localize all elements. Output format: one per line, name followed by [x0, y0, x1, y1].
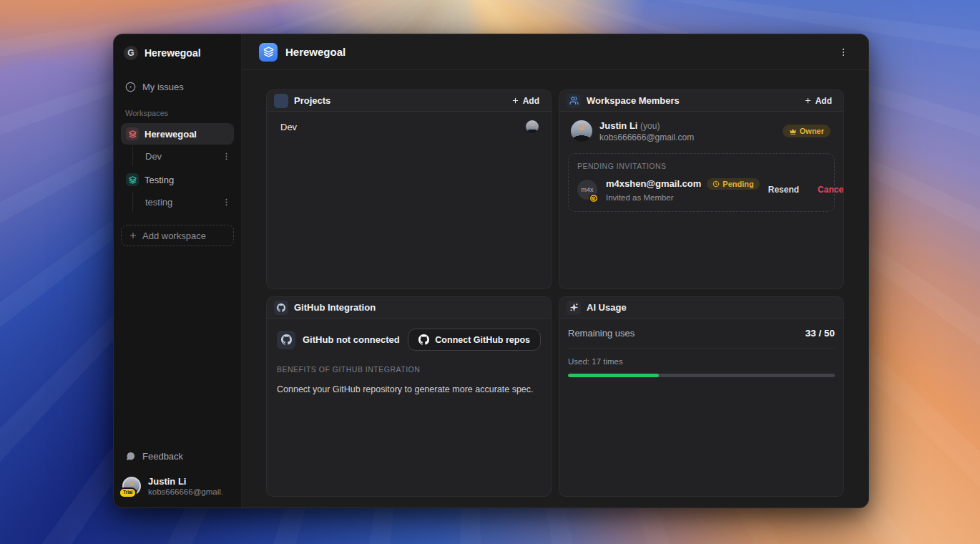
project-member-avatar: [526, 120, 539, 133]
project-testing-kebab-icon[interactable]: [222, 198, 231, 207]
workspace-layers-icon-red: [126, 127, 139, 140]
trial-plan-badge: Trial: [119, 487, 137, 498]
crown-icon: [789, 127, 797, 135]
github-icon: [274, 301, 288, 315]
invitation-actions: Resend Cancel: [768, 185, 844, 195]
connect-github-button[interactable]: Connect GitHub repos: [408, 329, 541, 351]
member-name: Justin Li: [599, 120, 637, 131]
resend-invitation-button[interactable]: Resend: [768, 185, 799, 195]
sidebar-project-dev[interactable]: Dev: [133, 146, 234, 166]
plus-icon: [511, 97, 519, 105]
pending-invitations-box: PENDING INVITATIONS m4x: [568, 153, 835, 212]
sidebar-workspace-herewegoal[interactable]: Herewegoal: [121, 123, 234, 145]
pending-status-badge: Pending: [707, 178, 759, 190]
add-member-label: Add: [815, 96, 832, 106]
ai-usage-progress-track: [568, 374, 835, 377]
desktop-wallpaper: G Herewegoal My issues Workspaces Herewe…: [0, 0, 980, 544]
workspace-members-card: Workspace Members Add: [559, 89, 844, 289]
plus-icon: [129, 231, 137, 240]
add-project-label: Add: [523, 96, 539, 106]
add-project-button[interactable]: Add: [507, 93, 544, 109]
sidebar: G Herewegoal My issues Workspaces Herewe…: [114, 34, 242, 507]
member-row: Justin Li (you) kobs666666@gmail.com Own…: [567, 117, 836, 152]
workspace-header-icon: [259, 43, 278, 62]
speech-bubble-icon: [125, 451, 136, 462]
user-email: kobs666666@gmail....: [148, 487, 222, 496]
members-title: Workspace Members: [587, 95, 680, 106]
project-row-name: Dev: [280, 122, 297, 132]
header-kebab-menu[interactable]: [836, 44, 851, 60]
benefits-section-label: BENEFITS OF GITHUB INTEGRATION: [277, 365, 541, 374]
github-card-header: GitHub Integration: [267, 297, 551, 319]
pending-invitations-label: PENDING INVITATIONS: [577, 162, 825, 170]
main-header: Herewegoal: [242, 34, 868, 70]
invitation-row: m4x m4xshen@gmail.com: [577, 178, 825, 202]
github-status-text: GitHub not connected: [303, 334, 400, 345]
ai-usage-card: AI Usage Remaining uses 33 / 50 Used: 17…: [559, 296, 844, 497]
projects-card-header: Projects Add: [267, 90, 551, 112]
content-grid: Projects Add Dev: [242, 70, 868, 508]
main-panel: Herewegoal Projects Add: [242, 34, 868, 507]
github-title: GitHub Integration: [294, 302, 376, 313]
add-member-button[interactable]: Add: [800, 93, 836, 109]
sidebar-workspace-testing[interactable]: Testing: [121, 169, 234, 190]
sidebar-project-testing[interactable]: testing: [133, 192, 234, 212]
remaining-uses-row: Remaining uses 33 / 50: [568, 319, 835, 349]
sidebar-logo-row: G Herewegoal: [121, 44, 234, 62]
remaining-uses-label: Remaining uses: [568, 328, 634, 339]
page-title: Herewegoal: [285, 46, 346, 58]
members-card-header: Workspace Members Add: [559, 90, 843, 112]
app-window: G Herewegoal My issues Workspaces Herewe…: [113, 34, 869, 508]
sidebar-app-title: Herewegoal: [144, 47, 201, 59]
member-avatar: [571, 120, 592, 142]
workspace-herewegoal-children: Dev: [132, 146, 234, 166]
user-identity: Justin Li kobs666666@gmail....: [148, 476, 222, 496]
ai-usage-title: AI Usage: [587, 302, 627, 313]
github-icon: [418, 334, 429, 345]
member-email: kobs666666@gmail.com: [599, 132, 694, 142]
add-workspace-button[interactable]: Add workspace: [121, 225, 234, 246]
remaining-uses-value: 33 / 50: [805, 328, 835, 339]
sparkles-icon: [567, 301, 581, 315]
ai-card-header: AI Usage: [559, 297, 843, 319]
project-dev-kebab-icon[interactable]: [222, 152, 231, 161]
project-row-dev[interactable]: Dev: [267, 112, 551, 133]
invitee-email: m4xshen@gmail.com: [606, 178, 701, 189]
invitee-avatar: m4x: [577, 180, 597, 200]
sidebar-user-profile[interactable]: Trial Justin Li kobs666666@gmail....: [121, 476, 234, 496]
connect-github-label: Connect GitHub repos: [435, 335, 530, 345]
invited-as-text: Invited as Member: [606, 193, 760, 202]
invitation-details: m4xshen@gmail.com Pending In: [606, 178, 760, 202]
cancel-invitation-button[interactable]: Cancel: [818, 185, 844, 195]
user-avatar-wrap: Trial: [122, 477, 141, 495]
workspaces-section-label: Workspaces: [121, 109, 234, 117]
app-logo-icon: G: [124, 46, 138, 60]
workspace-testing-children: testing: [132, 192, 234, 212]
github-integration-card: GitHub Integration GitHub not connected: [266, 296, 552, 497]
github-icon: [277, 331, 295, 349]
pending-label: Pending: [722, 180, 753, 188]
benefits-text: Connect your GitHub repository to genera…: [277, 384, 541, 394]
projects-title: Projects: [294, 95, 330, 106]
projects-icon: [274, 94, 288, 108]
member-identity: Justin Li (you) kobs666666@gmail.com: [599, 120, 694, 142]
members-body: Justin Li (you) kobs666666@gmail.com Own…: [559, 112, 843, 218]
my-issues-label: My issues: [142, 82, 184, 92]
user-name: Justin Li: [148, 476, 222, 487]
project-name: testing: [145, 197, 172, 208]
clock-icon: [712, 180, 720, 188]
sidebar-spacer: [121, 246, 234, 447]
projects-card: Projects Add Dev: [266, 89, 552, 289]
ai-usage-body: Remaining uses 33 / 50 Used: 17 times: [559, 319, 843, 377]
plus-icon: [804, 97, 812, 105]
users-icon: [567, 94, 581, 108]
github-status-row: GitHub not connected Connect GitHub repo…: [275, 329, 542, 351]
sidebar-item-my-issues[interactable]: My issues: [121, 77, 234, 96]
workspace-layers-icon-teal: [126, 173, 139, 186]
owner-label: Owner: [800, 127, 824, 135]
sidebar-item-feedback[interactable]: Feedback: [121, 447, 234, 466]
invitee-initials: m4x: [581, 186, 593, 193]
used-times-label: Used: 17 times: [568, 357, 835, 366]
owner-role-badge: Owner: [783, 125, 830, 137]
workspace-name: Herewegoal: [144, 129, 197, 140]
